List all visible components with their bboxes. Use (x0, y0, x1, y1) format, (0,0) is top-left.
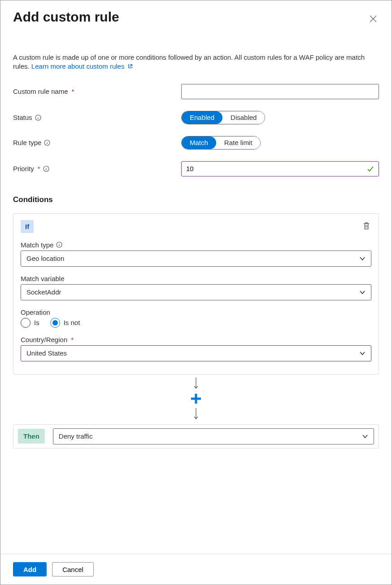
operation-is[interactable]: Is (21, 318, 39, 328)
plus-icon (190, 399, 202, 406)
info-icon[interactable] (44, 140, 50, 146)
label-rule-type: Rule type (13, 139, 41, 146)
label-rule-name: Custom rule name (13, 88, 68, 95)
required-indicator: * (38, 165, 40, 172)
radio-icon (21, 318, 30, 328)
row-rule-type: Rule type Match Rate limit (13, 136, 379, 150)
label-match-type: Match type (21, 241, 53, 249)
label-country: Country/Region (21, 336, 67, 343)
chevron-down-icon (359, 350, 366, 356)
label-priority: Priority (13, 165, 34, 172)
cancel-button[interactable]: Cancel (52, 562, 94, 576)
arrow-down-icon (193, 408, 199, 422)
row-rule-name: Custom rule name * (13, 84, 379, 99)
info-icon[interactable] (43, 166, 49, 172)
delete-condition-button[interactable] (362, 220, 371, 233)
rule-type-match[interactable]: Match (182, 136, 216, 149)
svg-rect-5 (191, 397, 201, 400)
add-button[interactable]: Add (13, 562, 47, 576)
then-badge: Then (18, 429, 45, 444)
field-match-variable: Match variable SocketAddr (21, 275, 371, 300)
label-match-variable: Match variable (21, 275, 65, 282)
then-row: Then Deny traffic (13, 424, 379, 449)
panel-title: Add custom rule (13, 9, 119, 25)
intro-text: A custom rule is made up of one or more … (13, 53, 379, 71)
operation-is-not[interactable]: Is not (50, 318, 80, 328)
trash-icon (362, 225, 370, 232)
match-variable-select[interactable]: SocketAddr (21, 284, 371, 300)
conditions-heading: Conditions (13, 195, 379, 204)
chevron-down-icon (359, 289, 366, 295)
priority-input[interactable] (181, 161, 379, 176)
panel-footer: Add Cancel (0, 554, 392, 585)
arrow-down-icon (193, 377, 199, 391)
external-link-icon (127, 62, 133, 68)
row-status: Status Enabled Disabled (13, 111, 379, 124)
label-status: Status (13, 114, 32, 121)
learn-more-link[interactable]: Learn more about custom rules (31, 62, 133, 70)
field-country: Country/Region * United States (21, 336, 371, 361)
required-indicator: * (71, 336, 74, 343)
field-match-type: Match type Geo location (21, 241, 371, 267)
rule-type-toggle: Match Rate limit (181, 136, 261, 150)
country-select[interactable]: United States (21, 345, 371, 361)
close-button[interactable] (367, 13, 379, 26)
chevron-down-icon (359, 255, 366, 262)
radio-icon (50, 318, 60, 328)
action-select[interactable]: Deny traffic (53, 428, 374, 444)
field-operation: Operation Is Is not (21, 308, 371, 328)
condition-card: If Match type Geo location Match varia (13, 213, 379, 374)
row-priority: Priority * (13, 161, 379, 176)
chevron-down-icon (362, 433, 368, 440)
info-icon[interactable] (56, 242, 62, 248)
checkmark-icon (366, 165, 375, 173)
status-enabled[interactable]: Enabled (182, 111, 222, 124)
required-indicator: * (72, 88, 74, 95)
condition-connector (13, 377, 379, 422)
info-icon[interactable] (35, 114, 41, 121)
operation-radio-group: Is Is not (21, 318, 371, 328)
close-icon (369, 18, 377, 24)
if-badge: If (21, 220, 34, 233)
status-toggle: Enabled Disabled (181, 111, 265, 124)
rule-type-rate-limit[interactable]: Rate limit (216, 136, 261, 149)
add-custom-rule-panel: Add custom rule A custom rule is made up… (0, 0, 392, 449)
status-disabled[interactable]: Disabled (222, 111, 265, 124)
match-type-select[interactable]: Geo location (21, 251, 371, 267)
add-condition-button[interactable] (190, 393, 202, 406)
rule-name-input[interactable] (181, 84, 379, 99)
label-operation: Operation (21, 308, 50, 316)
panel-header: Add custom rule (13, 9, 379, 26)
